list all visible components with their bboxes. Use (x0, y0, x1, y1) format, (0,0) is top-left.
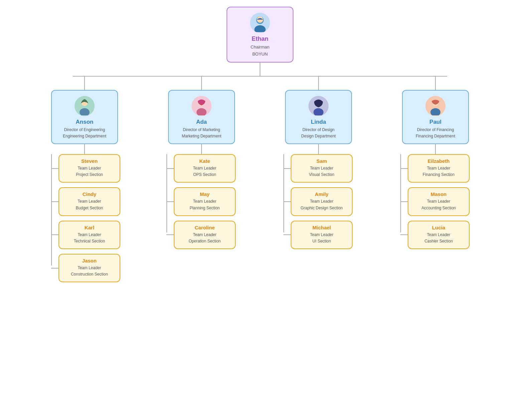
row-steven: Steven Team Leader Project Section (51, 154, 120, 183)
ethan-title: Chairman BOYUN (231, 44, 289, 58)
card-anson: Anson Director of Engineering Engineerin… (51, 90, 118, 144)
row-jason: Jason Team Leader Construction Section (51, 254, 120, 282)
card-caroline: Caroline Team Leader Operation Section (174, 221, 236, 249)
svg-point-6 (197, 108, 207, 115)
anson-children-connector: Steven Team Leader Project Section (51, 144, 118, 283)
card-cindy: Cindy Team Leader Budget Section (58, 187, 120, 216)
card-kate: Kate Team Leader OPS Section (174, 154, 236, 183)
ada-title: Director of Marketing Marketing Departme… (173, 127, 230, 139)
card-paul: Paul Director of Financing Financing Dep… (402, 90, 469, 144)
card-eilzabeth: Eilzabeth Team Leader Financing Section (408, 154, 470, 183)
card-karl: Karl Team Leader Technical Section (58, 221, 120, 249)
anson-title: Director of Engineering Engineering Depa… (56, 127, 113, 139)
level2-row: Anson Director of Engineering Engineerin… (16, 77, 504, 283)
branch-paul: Paul Director of Financing Financing Dep… (377, 77, 494, 283)
svg-point-4 (80, 108, 90, 115)
vline-ada-top (201, 77, 202, 90)
vline-linda-top (318, 77, 319, 90)
card-amily: Amily Team Leader Graphic Design Section (291, 187, 353, 216)
org-chart: Ethan Chairman BOYUN (9, 7, 511, 296)
row-eilzabeth: Eilzabeth Team Leader Financing Section (400, 154, 470, 183)
branch-anson: Anson Director of Engineering Engineerin… (26, 77, 143, 283)
linda-name: Linda (290, 119, 347, 125)
vline-ethan (260, 63, 260, 76)
vline-paul-top (435, 77, 436, 90)
row-lucia: Lucia Team Leader Cashier Section (400, 221, 470, 249)
vbar-paul (400, 154, 401, 232)
card-sam: Sam Team Leader Visual Section (291, 154, 353, 183)
card-michael: Michael Team Leader UI Section (291, 221, 353, 249)
card-may: May Team Leader Planning Section (174, 187, 236, 216)
row-kate: Kate Team Leader OPS Section (166, 154, 236, 183)
card-ethan: Ethan Chairman BOYUN (227, 7, 293, 63)
svg-point-8 (313, 108, 323, 115)
avatar-ethan (250, 13, 270, 33)
row-michael: Michael Team Leader UI Section (283, 221, 353, 249)
card-lucia: Lucia Team Leader Cashier Section (408, 221, 470, 249)
row-cindy: Cindy Team Leader Budget Section (51, 187, 120, 216)
hline-l2 (73, 76, 447, 77)
row-amily: Amily Team Leader Graphic Design Section (283, 187, 353, 216)
branch-ada: Ada Director of Marketing Marketing Depa… (143, 77, 260, 283)
paul-title: Director of Financing Financing Departme… (407, 127, 464, 139)
ada-name: Ada (173, 119, 230, 125)
vbar-ada (166, 154, 167, 232)
avatar-ada (191, 96, 212, 116)
row-mason: Mason Team Leader Accounting Section (400, 187, 470, 216)
row-may: May Team Leader Planning Section (166, 187, 236, 216)
vline-anson-top (84, 77, 85, 90)
vbar-anson (51, 154, 52, 266)
card-mason: Mason Team Leader Accounting Section (408, 187, 470, 216)
paul-name: Paul (407, 119, 464, 125)
vbar-linda (283, 154, 284, 232)
anson-name: Anson (56, 119, 113, 125)
ethan-name: Ethan (231, 35, 289, 42)
branch-linda: Linda Director of Design Design Departme… (260, 77, 377, 283)
card-steven: Steven Team Leader Project Section (58, 154, 120, 183)
linda-title: Director of Design Design Department (290, 127, 347, 139)
svg-point-1 (254, 25, 266, 32)
svg-point-10 (430, 108, 440, 115)
avatar-linda (308, 96, 329, 116)
card-jason: Jason Team Leader Construction Section (58, 254, 120, 282)
card-linda: Linda Director of Design Design Departme… (285, 90, 352, 144)
avatar-anson (75, 96, 95, 116)
row-karl: Karl Team Leader Technical Section (51, 221, 120, 249)
card-ada: Ada Director of Marketing Marketing Depa… (168, 90, 235, 144)
row-sam: Sam Team Leader Visual Section (283, 154, 353, 183)
level1-wrapper: Ethan Chairman BOYUN (9, 7, 511, 77)
avatar-paul (425, 96, 445, 116)
row-caroline: Caroline Team Leader Operation Section (166, 221, 236, 249)
